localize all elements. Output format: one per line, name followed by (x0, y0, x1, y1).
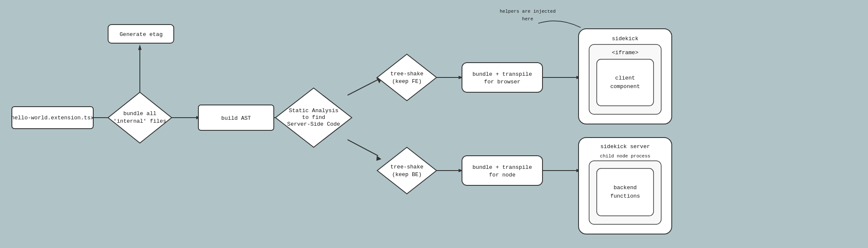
bundle-browser-label1: bundle + transpile (473, 71, 532, 77)
diagram-svg: hello-world.extension.tsx bundle all 'in… (0, 0, 868, 248)
client-component-label2: component (610, 83, 640, 90)
tree-shake-fe-label2: (keep FE) (392, 78, 422, 85)
bundle-all-label1: bundle all (123, 110, 156, 117)
backend-functions-label2: functions (610, 193, 640, 199)
client-component-label1: client (615, 75, 635, 81)
backend-functions-label1: backend (614, 185, 637, 191)
backend-functions-box (597, 168, 654, 216)
bundle-browser-box (462, 63, 542, 92)
input-file-label: hello-world.extension.tsx (11, 115, 94, 121)
static-analysis-label1: Static Analysis (289, 107, 338, 114)
generate-etag-label: Generate etag (120, 31, 162, 38)
sidekick-iframe-label: <iframe> (612, 50, 639, 56)
bundle-node-box (462, 156, 542, 185)
helpers-annotation-label2: here (522, 17, 533, 22)
tree-shake-be-label2: (keep BE) (392, 171, 422, 178)
sidekick-server-label: sidekick server (600, 143, 650, 150)
bundle-node-label2: for node (489, 172, 515, 178)
build-ast-label: build AST (221, 115, 251, 121)
static-analysis-label2: to find (302, 114, 326, 121)
client-component-box (597, 59, 654, 106)
sidekick-label: sidekick (612, 36, 639, 42)
bundle-all-label2: 'internal' files (114, 118, 167, 124)
tree-shake-fe-label1: tree-shake (390, 71, 423, 77)
bundle-browser-label2: for browser (484, 79, 520, 85)
helpers-annotation-label1: helpers are injected (500, 9, 556, 14)
static-analysis-label3: Server-Side Code (287, 121, 340, 127)
bundle-node-label1: bundle + transpile (473, 164, 532, 171)
tree-shake-be-label1: tree-shake (390, 164, 423, 170)
child-node-label: child node process (600, 154, 651, 159)
